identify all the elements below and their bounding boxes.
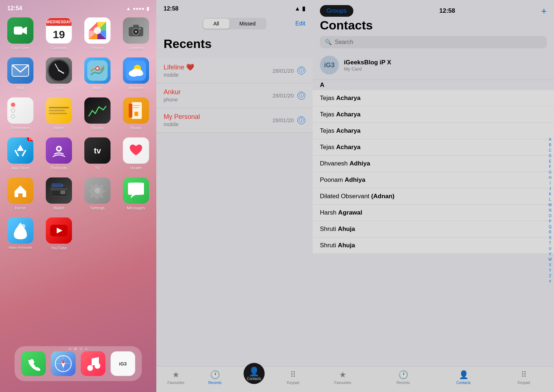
health-label: Health: [130, 166, 142, 170]
app-clock[interactable]: Clock: [43, 57, 75, 90]
alpha-v[interactable]: V: [549, 252, 552, 257]
contact-tejas-3[interactable]: TejasAcharya: [313, 123, 554, 139]
alpha-d[interactable]: D: [549, 153, 552, 159]
app-settings[interactable]: Settings: [81, 177, 113, 210]
alpha-n[interactable]: N: [549, 208, 552, 213]
app-notes[interactable]: Notes: [43, 97, 75, 130]
alpha-k[interactable]: K: [549, 192, 552, 197]
alpha-f[interactable]: F: [549, 164, 552, 169]
app-tv[interactable]: tv TV: [81, 137, 113, 170]
svg-rect-30: [60, 191, 65, 194]
contacts-tab-favourites[interactable]: ★ Favourites: [332, 370, 354, 385]
alpha-y[interactable]: Y: [549, 268, 552, 273]
app-reminders[interactable]: Reminders: [4, 97, 36, 130]
contact-tejas-2[interactable]: TejasAcharya: [313, 107, 554, 123]
alpha-a[interactable]: A: [549, 137, 552, 142]
contact-harsh[interactable]: HarshAgrawal: [313, 205, 554, 221]
alpha-p[interactable]: P: [549, 219, 552, 224]
svg-point-9: [139, 28, 141, 29]
tab-keypad[interactable]: ⠿ Keypad: [282, 370, 304, 385]
alpha-b[interactable]: B: [549, 143, 552, 148]
alpha-m[interactable]: M: [549, 203, 552, 208]
seg-missed[interactable]: Missed: [229, 19, 266, 29]
c-recents-icon: 🕐: [398, 370, 408, 380]
alpha-x[interactable]: X: [549, 263, 552, 268]
contacts-tab-recents[interactable]: 🕐 Recents: [392, 370, 414, 385]
app-appstore[interactable]: 10 App Store: [4, 137, 36, 170]
app-waterreminder[interactable]: Water Reminder: [4, 217, 36, 250]
alpha-r[interactable]: R: [549, 230, 552, 235]
contact-dhvanesh[interactable]: DhvaneshAdhiya: [313, 156, 554, 172]
contacts-panel: Groups 12:58 + Contacts 🔍 iG3 iGeeksBlog…: [313, 0, 554, 392]
recent-call-mypersonal[interactable]: My Personal mobile 28/01/20 ⓘ: [156, 108, 313, 133]
app-messages[interactable]: Messages: [120, 177, 152, 210]
calendar-label: Calendar: [51, 46, 67, 50]
app-home[interactable]: Home: [4, 177, 36, 210]
contacts-tab-keypad[interactable]: ⠿ Keypad: [513, 370, 535, 385]
dock-music[interactable]: [81, 351, 105, 376]
groups-button[interactable]: Groups: [320, 5, 353, 17]
tab-recents[interactable]: 🕐 Recents: [204, 370, 226, 385]
seg-all[interactable]: All: [203, 19, 229, 29]
app-grid-row6: Water Reminder YouTube: [0, 214, 156, 254]
lifeline-info-btn[interactable]: ⓘ: [297, 67, 305, 75]
app-stocks[interactable]: Stocks: [81, 97, 113, 130]
contact-shruti-2[interactable]: ShrutiAhuja: [313, 237, 554, 254]
app-facetime[interactable]: FaceTime: [4, 17, 36, 50]
contacts-search-bar[interactable]: 🔍: [320, 36, 547, 48]
recent-call-ankur[interactable]: Ankur phone 28/01/20 ⓘ: [156, 83, 313, 108]
alpha-q[interactable]: Q: [549, 224, 552, 229]
alpha-l[interactable]: L: [549, 197, 552, 202]
recent-call-lifeline[interactable]: Lifeline ❤️ mobile 28/01/20 ⓘ: [156, 58, 313, 83]
tab-contacts-bubble[interactable]: 👤 Contacts: [243, 370, 265, 385]
contact-poonam[interactable]: PoonamAdhiya: [313, 172, 554, 188]
contacts-tab-contacts[interactable]: 👤 Contacts: [453, 370, 474, 385]
edit-button[interactable]: Edit: [295, 20, 305, 27]
add-contact-button[interactable]: +: [541, 5, 547, 17]
dock-igeeksblog[interactable]: iG3: [111, 351, 135, 376]
alpha-s[interactable]: S: [549, 235, 552, 240]
svg-rect-5: [133, 25, 139, 28]
dock-safari[interactable]: [51, 351, 76, 376]
app-podcasts[interactable]: Podcasts: [43, 137, 75, 170]
recents-icon: 🕐: [210, 370, 220, 380]
my-card[interactable]: iG3 iGeeksBlog iP X My Card: [313, 52, 554, 80]
search-input[interactable]: [335, 39, 542, 45]
app-camera[interactable]: Camera: [120, 17, 152, 50]
alpha-t[interactable]: T: [549, 241, 552, 246]
app-maps[interactable]: Maps: [81, 57, 113, 90]
contact-dilated[interactable]: Dilated Observant(Adnan): [313, 188, 554, 205]
contacts-bubble[interactable]: 👤 Contacts: [244, 363, 265, 384]
alpha-g[interactable]: G: [549, 170, 552, 175]
alpha-i[interactable]: I: [549, 181, 552, 186]
alpha-u[interactable]: U: [549, 246, 552, 251]
app-mail[interactable]: Mail: [4, 57, 36, 90]
dock-phone[interactable]: [21, 351, 46, 376]
stocks-label: Stocks: [91, 126, 103, 130]
alpha-hash[interactable]: #: [549, 279, 552, 284]
mypersonal-info-btn[interactable]: ⓘ: [297, 116, 305, 124]
recents-label: Recents: [208, 381, 222, 385]
app-photos[interactable]: Photos: [81, 17, 113, 50]
app-wallet[interactable]: Wallet: [43, 177, 75, 210]
ankur-info-btn[interactable]: ⓘ: [297, 92, 305, 100]
alpha-e[interactable]: E: [549, 159, 552, 164]
app-youtube[interactable]: YouTube: [43, 217, 75, 250]
alpha-z[interactable]: Z: [549, 273, 552, 279]
svg-rect-24: [135, 112, 138, 116]
app-calendar[interactable]: WEDNESDAY 19 Calendar: [43, 17, 75, 50]
alpha-c[interactable]: C: [549, 148, 552, 153]
alpha-h[interactable]: H: [549, 175, 552, 180]
app-health[interactable]: Health: [120, 137, 152, 170]
app-books[interactable]: Books: [120, 97, 152, 130]
alpha-j[interactable]: J: [549, 186, 552, 191]
contact-tejas-4[interactable]: TejasAcharya: [313, 139, 554, 156]
contact-shruti-1[interactable]: ShrutiAhuja: [313, 221, 554, 237]
tab-favourites[interactable]: ★ Favourites: [165, 370, 187, 385]
contact-tejas-1[interactable]: TejasAcharya: [313, 90, 554, 107]
alpha-o[interactable]: O: [549, 213, 552, 219]
my-card-initials: iG3: [324, 61, 334, 69]
favourites-icon: ★: [172, 370, 180, 380]
app-weather[interactable]: Weather: [120, 57, 152, 90]
alpha-w[interactable]: W: [549, 257, 552, 262]
